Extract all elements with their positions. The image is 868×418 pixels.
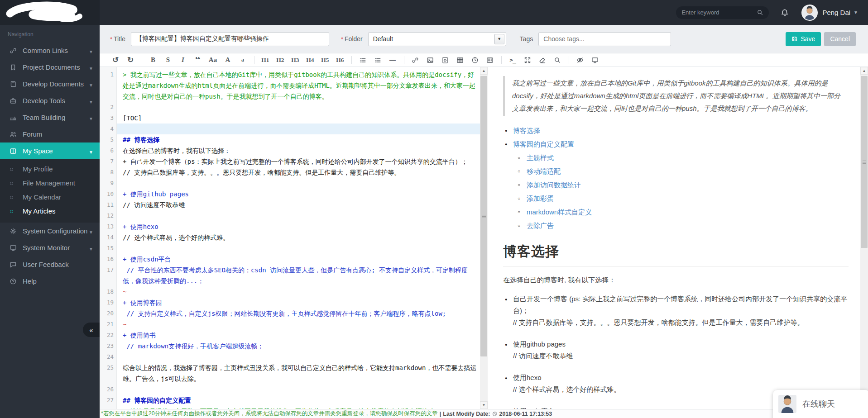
user-menu[interactable]: Peng Dai ▼ [822,9,858,16]
editor-line-text: > 我之前写过一些文章，放在自己本地的Git库中，用类似于gitbook的工具构… [117,69,480,102]
last-modify-label: Last Modify Date: [443,411,490,417]
line-number: 15 [100,243,117,254]
clear-button[interactable] [537,55,548,66]
quote-button[interactable]: “ [192,55,203,66]
toc-link[interactable]: 去除广告 [527,222,554,229]
sidebar-item-develop-tools[interactable]: Develop Tools▼ [0,92,100,109]
sidebar-item-forum[interactable]: Forum [0,126,100,142]
toc-link[interactable]: 博客园的自定义配置 [513,140,574,148]
preview-window-button[interactable] [590,55,600,66]
markdown-editor[interactable]: 1> 我之前写过一些文章，放在自己本地的Git库中，用类似于gitbook的工具… [100,67,480,409]
link-icon [9,47,17,55]
logo-scribble [4,1,94,24]
save-label: Save [801,35,815,43]
h3-button[interactable]: H3 [290,55,301,66]
sidebar-item-project-documents[interactable]: Project Documents▼ [0,59,100,76]
folder-selected-value: Default [369,35,494,43]
italic-button[interactable]: I [177,55,188,66]
line-number: 23 [100,341,117,352]
toc-link[interactable]: markdown样式自定义 [527,208,592,216]
sidebar-item-user-feedback[interactable]: User Feedback [0,256,100,273]
sidebar-item-help[interactable]: Help [0,273,100,290]
table-button[interactable] [455,55,465,66]
sidebar-item-label: My Space [23,147,53,155]
editor-line: 2 [100,102,480,113]
sidebar-item-team-building[interactable]: Team Building▼ [0,109,100,126]
image-button[interactable] [425,55,436,66]
scroll-down-icon[interactable]: ▼ [480,401,488,409]
link-button[interactable] [410,55,421,66]
h5-button[interactable]: H5 [320,55,331,66]
main-content: * Title * Folder Default ▼ Tags Save Can… [100,25,868,418]
editor-line: 14// 选个样式容易，选个好的样式难。 [100,232,480,243]
datetime-button[interactable] [470,55,480,66]
sidebar-subitem-my-calendar[interactable]: My Calendar [0,190,100,204]
editor-line: 27## 博客园的自定义配置 [100,395,480,406]
line-number: 9 [100,178,117,189]
toolbar-separator [142,56,142,64]
h2-button[interactable]: H2 [275,55,286,66]
sidebar-collapse-button[interactable]: « [83,323,100,337]
sidebar-item-my-space[interactable]: My Space▼ [0,142,100,159]
line-number: 14 [100,232,117,243]
editor-line: 26 [100,384,480,395]
sidebar-item-system-monitor[interactable]: System Monitor▼ [0,239,100,256]
scrollbar-thumb[interactable] [861,76,868,248]
h4-button[interactable]: H4 [305,55,316,66]
save-button[interactable]: Save [786,32,821,46]
toc-link[interactable]: 添加访问数据统计 [527,181,581,189]
search-input[interactable]: Enter keyword [676,6,769,19]
code-block-button[interactable] [440,55,451,66]
folder-select[interactable]: Default ▼ [368,32,506,46]
title-input[interactable] [131,32,329,46]
sidebar-subitem-my-articles[interactable]: My Articles [0,204,100,218]
sidebar-subitem-file-management[interactable]: File Management [0,176,100,190]
line-number: 20 [100,308,117,319]
folder-dropdown-icon[interactable]: ▼ [494,34,504,44]
uppercase-button[interactable]: A [222,55,233,66]
redo-button[interactable]: ↻ [125,55,136,66]
lowercase-button[interactable]: Aa [207,55,218,66]
h6-button[interactable]: H6 [335,55,345,66]
sidebar-subitem-my-profile[interactable]: My Profile [0,162,100,176]
scrollbar-thumb[interactable] [480,76,487,356]
search-button[interactable] [552,55,563,66]
editor-line-text: [TOC] [117,113,480,124]
font-small-button[interactable]: a [237,55,248,66]
sidebar-subitem-label: My Calendar [23,193,61,201]
line-number: 2 [100,102,117,113]
ordered-list-button[interactable] [372,55,383,66]
h1-button[interactable]: H1 [260,55,271,66]
editor-scrollbar[interactable]: ▲▼ [480,67,488,409]
toc-subitem: 添加彩蛋 [513,192,849,205]
preview-scrollbar[interactable]: ▲▼ [860,67,868,409]
horizontal-rule-button[interactable]: — [387,55,398,66]
unordered-list-button[interactable] [357,55,368,66]
preview-toggle-button[interactable] [575,55,585,66]
sidebar-item-common-links[interactable]: Common Links▼ [0,42,100,59]
goto-line-button[interactable]: >_ [507,55,518,66]
bold-button[interactable]: B [148,55,158,66]
chevron-down-icon: ▼ [89,81,93,90]
fullscreen-button[interactable] [522,55,533,66]
toc-subitem: 主题样式 [513,151,849,165]
sidebar-subitem-label: My Profile [23,165,53,173]
chat-widget[interactable]: 在线聊天 [773,390,868,418]
html-entities-button[interactable] [484,55,495,66]
toc-link[interactable]: 移动端适配 [527,167,561,175]
clock-icon [492,411,498,417]
app-logo[interactable] [0,0,100,25]
user-avatar[interactable] [801,5,818,21]
toc-link[interactable]: 添加彩蛋 [527,195,554,202]
sidebar-item-develop-documents[interactable]: Develop Documents▼ [0,76,100,92]
strikethrough-button[interactable]: S [163,55,173,66]
notifications-bell-icon[interactable] [781,9,789,17]
scroll-up-icon[interactable]: ▲ [860,67,868,75]
tags-input[interactable] [538,32,671,46]
toc-link[interactable]: 博客选择 [513,127,540,134]
undo-button[interactable]: ↺ [110,55,121,66]
toc-link[interactable]: 主题样式 [527,154,554,162]
cancel-button[interactable]: Cancel [824,32,856,46]
sidebar-item-system-configuration[interactable]: System Configuration▼ [0,223,100,239]
scroll-up-icon[interactable]: ▲ [480,67,488,75]
